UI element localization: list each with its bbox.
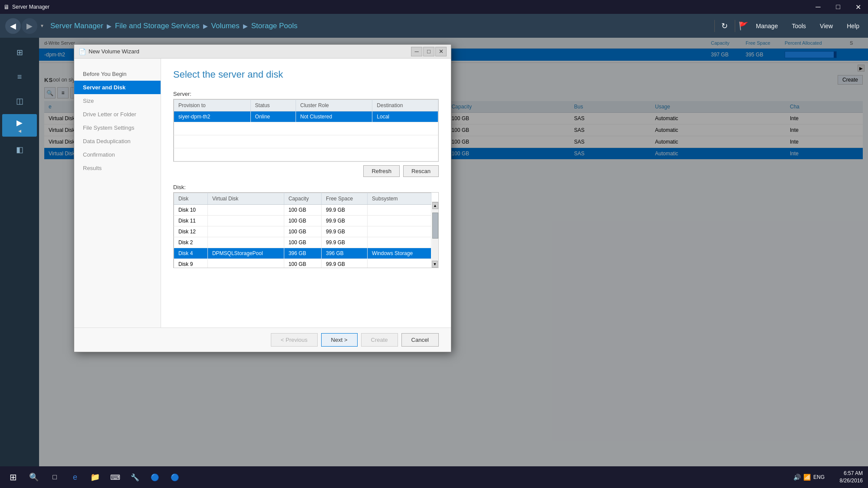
server-icon: ≡	[17, 72, 22, 82]
edge-icon[interactable]: e	[66, 468, 84, 486]
back-button[interactable]: ◀	[5, 18, 21, 34]
wizard-step-file-system[interactable]: File System Settings	[74, 121, 161, 134]
server-status-cell: Online	[250, 111, 296, 122]
disk-row-10[interactable]: Disk 10 100 GB 99.9 GB	[174, 205, 431, 216]
breadcrumb-sep-1: ▶	[107, 23, 112, 29]
previous-button[interactable]: < Previous	[271, 333, 318, 347]
disk-name-10: Disk 10	[174, 205, 208, 216]
help-menu[interactable]: Help	[843, 21, 863, 31]
sidebar-item-dashboard[interactable]: ⊞	[2, 41, 37, 64]
disk-row-2[interactable]: Disk 2 100 GB 99.9 GB	[174, 237, 431, 248]
dashboard-icon: ⊞	[16, 48, 23, 57]
nav-bar: ◀ ▶ ▼ Server Manager ▶ File and Storage …	[0, 14, 868, 38]
server-section-label: Server:	[173, 91, 439, 97]
disk-table-wrapper: Disk Virtual Disk Capacity Free Space Su…	[173, 192, 439, 268]
clock[interactable]: 6:57 AM 8/26/2016	[840, 470, 863, 485]
network-icon[interactable]: 📶	[803, 474, 811, 481]
dialog-maximize[interactable]: □	[423, 47, 434, 56]
disk-col-disk: Disk	[174, 193, 208, 205]
disk-table-scrollbar[interactable]: ▲ ▼	[432, 202, 439, 268]
scroll-up-arrow[interactable]: ▲	[432, 202, 438, 209]
lang-indicator[interactable]: ENG	[813, 474, 825, 480]
minimize-button[interactable]: ─	[808, 0, 828, 14]
disk-col-subsystem: Subsystem	[368, 193, 431, 205]
server-table-wrapper: Provision to Status Cluster Role Destina…	[173, 99, 439, 162]
cancel-button[interactable]: Cancel	[401, 333, 439, 347]
wizard-step-before-you-begin[interactable]: Before You Begin	[74, 67, 161, 81]
app-icon: 🖥	[3, 3, 10, 10]
nav-right-menus: Manage Tools View Help	[753, 21, 863, 31]
nav-refresh-button[interactable]: ↻	[718, 20, 731, 33]
server-table-row[interactable]: siyer-dpm-th2 Online Not Clustered Local	[174, 111, 438, 122]
scroll-down-arrow[interactable]: ▼	[432, 261, 438, 268]
wizard-step-drive-letter[interactable]: Drive Letter or Folder	[74, 108, 161, 121]
server-table-empty-row3	[174, 148, 438, 161]
sidebar-item-all-servers[interactable]: ◫	[2, 90, 37, 112]
cmd-icon[interactable]: ⌨	[106, 468, 124, 486]
date-display: 8/26/2016	[840, 477, 863, 485]
taskbar-search-icon: 🔍	[29, 472, 39, 482]
dialog-overlay: 📄 New Volume Wizard ─ □ ✕ Before You Beg…	[39, 38, 868, 466]
app-icon-3[interactable]: 🔵	[166, 468, 184, 486]
forward-button[interactable]: ▶	[22, 18, 37, 34]
server-dest-cell: Local	[372, 111, 438, 122]
dialog-title-bar: 📄 New Volume Wizard ─ □ ✕	[74, 45, 451, 59]
wizard-step-deduplication[interactable]: Data Deduplication	[74, 134, 161, 148]
server-col-destination: Destination	[372, 100, 438, 111]
server-manager-taskbar-icon[interactable]: 🔧	[126, 468, 144, 486]
disk-row-9[interactable]: Disk 9 100 GB 99.9 GB	[174, 259, 431, 269]
task-view-button[interactable]: □	[45, 468, 64, 487]
breadcrumb-file-storage[interactable]: File and Storage Services	[115, 22, 200, 30]
wizard-step-size[interactable]: Size	[74, 94, 161, 108]
breadcrumb-volumes[interactable]: Volumes	[211, 22, 240, 30]
view-menu[interactable]: View	[816, 21, 836, 31]
dialog-close[interactable]: ✕	[435, 47, 447, 56]
disk-row-11[interactable]: Disk 11 100 GB 99.9 GB	[174, 216, 431, 226]
wizard-step-results[interactable]: Results	[74, 161, 161, 175]
speakers-icon[interactable]: 🔊	[793, 474, 801, 481]
nav-dropdown-icon[interactable]: ▼	[38, 18, 46, 34]
next-button[interactable]: Next >	[321, 333, 358, 347]
refresh-button[interactable]: Refresh	[363, 165, 400, 177]
disk-col-capacity: Capacity	[284, 193, 321, 205]
breadcrumb-sep-3: ▶	[243, 23, 248, 29]
server-table-empty-row2	[174, 135, 438, 148]
title-bar: 🖥 Server Manager ─ □ ✕	[0, 0, 868, 14]
window-controls: ─ □ ✕	[808, 0, 868, 14]
create-button[interactable]: Create	[361, 333, 398, 347]
breadcrumb-storage-pools[interactable]: Storage Pools	[251, 22, 298, 30]
server-cluster-cell: Not Clustered	[296, 111, 372, 122]
disk-name-12: Disk 12	[174, 226, 208, 237]
close-button[interactable]: ✕	[848, 0, 868, 14]
start-button[interactable]: ⊞	[3, 468, 23, 487]
app-icon-2[interactable]: 🔵	[146, 468, 164, 486]
servers-icon: ◫	[16, 96, 23, 106]
main-area: ⊞ ≡ ◫ ▶ ◀ ◧ d-Write Server Capacity	[0, 38, 868, 466]
tools-menu[interactable]: Tools	[788, 21, 809, 31]
sidebar-item-local-server[interactable]: ≡	[2, 66, 37, 88]
rescan-button[interactable]: Rescan	[403, 165, 439, 177]
wizard-content: Select the server and disk Server: Provi…	[161, 59, 451, 328]
search-taskbar-button[interactable]: 🔍	[24, 468, 43, 487]
sidebar-item-file-storage[interactable]: ▶ ◀	[2, 114, 37, 137]
server-action-buttons: Refresh Rescan	[173, 165, 439, 177]
sidebar-item-other[interactable]: ◧	[2, 138, 37, 161]
server-table: Provision to Status Cluster Role Destina…	[174, 99, 438, 161]
explorer-icon[interactable]: 📁	[86, 468, 104, 486]
dialog-title: New Volume Wizard	[89, 48, 408, 55]
wizard-step-confirmation[interactable]: Confirmation	[74, 148, 161, 161]
breadcrumb-sep-2: ▶	[203, 23, 208, 29]
show-desktop-button[interactable]	[863, 466, 866, 488]
maximize-button[interactable]: □	[828, 0, 848, 14]
disk-row-12[interactable]: Disk 12 100 GB 99.9 GB	[174, 226, 431, 237]
dialog-minimize[interactable]: ─	[411, 47, 422, 56]
breadcrumb-server-manager[interactable]: Server Manager	[50, 22, 103, 30]
wizard-step-server-and-disk[interactable]: Server and Disk	[74, 81, 161, 94]
disk-name-4: Disk 4	[174, 248, 208, 259]
disk-table-container: Disk Virtual Disk Capacity Free Space Su…	[173, 192, 439, 268]
scroll-thumb[interactable]	[432, 213, 438, 239]
manage-menu[interactable]: Manage	[753, 21, 782, 31]
disk-row-4-selected[interactable]: Disk 4 DPMSQLStoragePool 396 GB 396 GB W…	[174, 248, 431, 259]
time-display: 6:57 AM	[840, 470, 863, 477]
wizard-nav: Before You Begin Server and Disk Size Dr…	[74, 59, 161, 328]
